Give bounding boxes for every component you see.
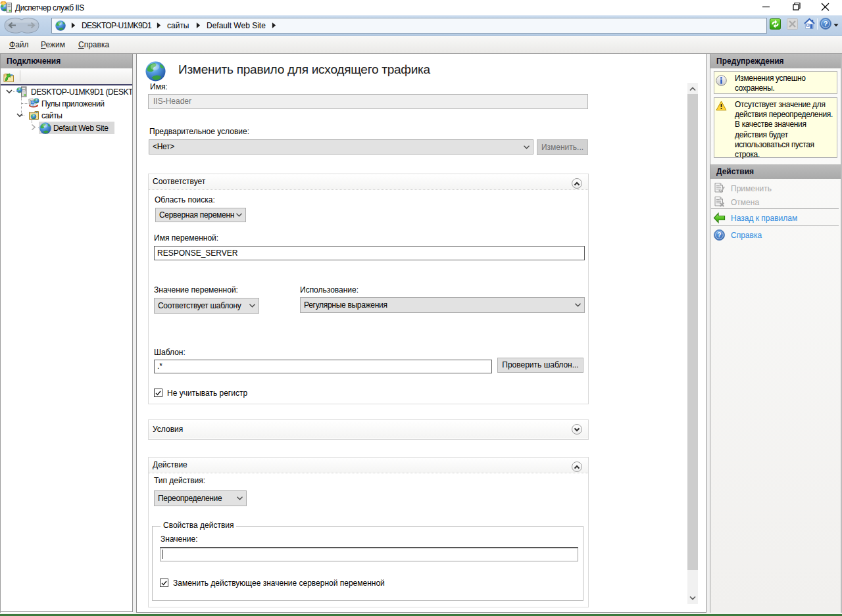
svg-text:?: ? xyxy=(717,231,721,239)
svg-text:?: ? xyxy=(824,20,828,28)
